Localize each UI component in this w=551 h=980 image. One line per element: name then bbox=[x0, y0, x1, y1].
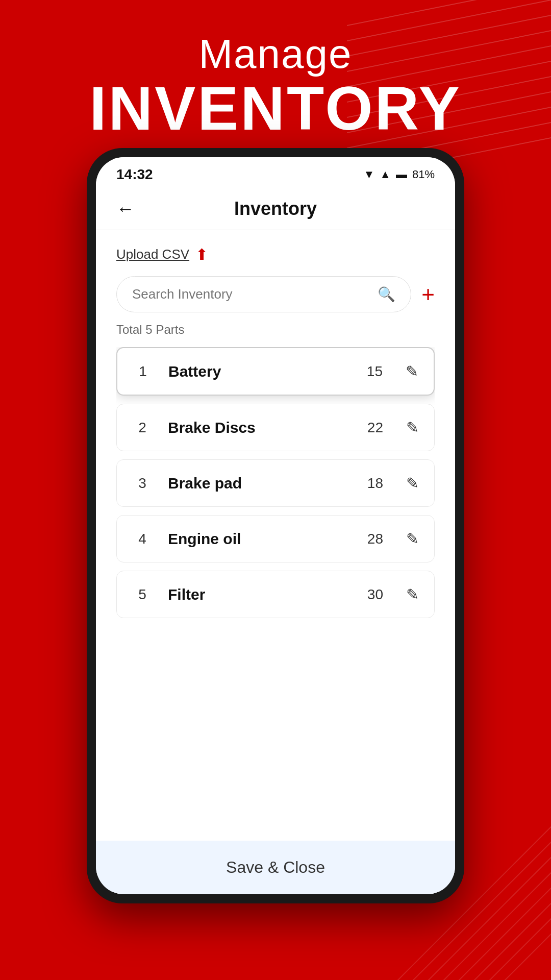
upload-row: Upload CSV ⬆ bbox=[116, 246, 435, 263]
inventory-headline: INVENTORY bbox=[0, 78, 551, 139]
edit-icon[interactable]: ✎ bbox=[406, 585, 419, 603]
status-icons: ▼ ▲ ▬ 81% bbox=[363, 168, 435, 181]
item-quantity: 18 bbox=[367, 475, 383, 492]
list-item[interactable]: 4 Engine oil 28 ✎ bbox=[116, 515, 435, 562]
search-row: 🔍 + bbox=[116, 276, 435, 312]
list-item[interactable]: 1 Battery 15 ✎ bbox=[116, 347, 435, 396]
status-time: 14:32 bbox=[116, 166, 153, 183]
total-parts-label: Total 5 Parts bbox=[116, 323, 435, 337]
page-title: Inventory bbox=[234, 198, 317, 219]
save-close-button[interactable]: Save & Close bbox=[226, 858, 325, 876]
app-bar: ← Inventory bbox=[96, 188, 455, 230]
list-item[interactable]: 2 Brake Discs 22 ✎ bbox=[116, 404, 435, 451]
svg-line-18 bbox=[464, 909, 551, 980]
status-bar: 14:32 ▼ ▲ ▬ 81% bbox=[96, 157, 455, 188]
item-number: 4 bbox=[132, 531, 153, 547]
battery-level: 81% bbox=[412, 168, 435, 181]
item-number: 3 bbox=[132, 475, 153, 492]
item-number: 2 bbox=[132, 420, 153, 436]
item-name: Brake Discs bbox=[168, 419, 352, 436]
svg-line-0 bbox=[347, 0, 551, 26]
item-name: Engine oil bbox=[168, 530, 352, 548]
edit-icon[interactable]: ✎ bbox=[406, 474, 419, 492]
list-item[interactable]: 5 Filter 30 ✎ bbox=[116, 571, 435, 618]
add-button[interactable]: + bbox=[421, 283, 435, 306]
item-name: Battery bbox=[168, 363, 352, 380]
content-area: Upload CSV ⬆ 🔍 + Total 5 Parts 1 Battery… bbox=[96, 230, 455, 841]
back-button[interactable]: ← bbox=[116, 198, 135, 219]
signal-icon: ▲ bbox=[380, 168, 391, 181]
item-number: 5 bbox=[132, 586, 153, 603]
save-close-bar: Save & Close bbox=[96, 841, 455, 894]
item-name: Brake pad bbox=[168, 475, 352, 492]
item-name: Filter bbox=[168, 586, 352, 603]
search-input[interactable] bbox=[132, 286, 370, 302]
item-quantity: 30 bbox=[367, 586, 383, 603]
item-number: 1 bbox=[133, 363, 153, 380]
header-section: Manage INVENTORY bbox=[0, 31, 551, 139]
list-item[interactable]: 3 Brake pad 18 ✎ bbox=[116, 459, 435, 507]
item-quantity: 22 bbox=[367, 420, 383, 436]
edit-icon[interactable]: ✎ bbox=[406, 419, 419, 436]
search-icon[interactable]: 🔍 bbox=[378, 286, 395, 303]
wifi-icon: ▼ bbox=[363, 168, 374, 181]
battery-icon: ▬ bbox=[396, 168, 407, 181]
search-box: 🔍 bbox=[116, 276, 411, 312]
item-quantity: 28 bbox=[367, 531, 383, 547]
phone-frame: 14:32 ▼ ▲ ▬ 81% ← Inventory Upload CSV ⬆ bbox=[87, 148, 464, 903]
phone-screen: 14:32 ▼ ▲ ▬ 81% ← Inventory Upload CSV ⬆ bbox=[96, 157, 455, 894]
manage-label: Manage bbox=[0, 31, 551, 78]
edit-icon[interactable]: ✎ bbox=[406, 530, 419, 548]
svg-line-17 bbox=[449, 893, 551, 980]
upload-csv-link[interactable]: Upload CSV bbox=[116, 247, 189, 262]
upload-icon[interactable]: ⬆ bbox=[195, 246, 208, 263]
item-quantity: 15 bbox=[367, 363, 383, 380]
edit-icon[interactable]: ✎ bbox=[406, 362, 418, 380]
inventory-list: 1 Battery 15 ✎ 2 Brake Discs 22 ✎ 3 Brak… bbox=[116, 347, 435, 841]
